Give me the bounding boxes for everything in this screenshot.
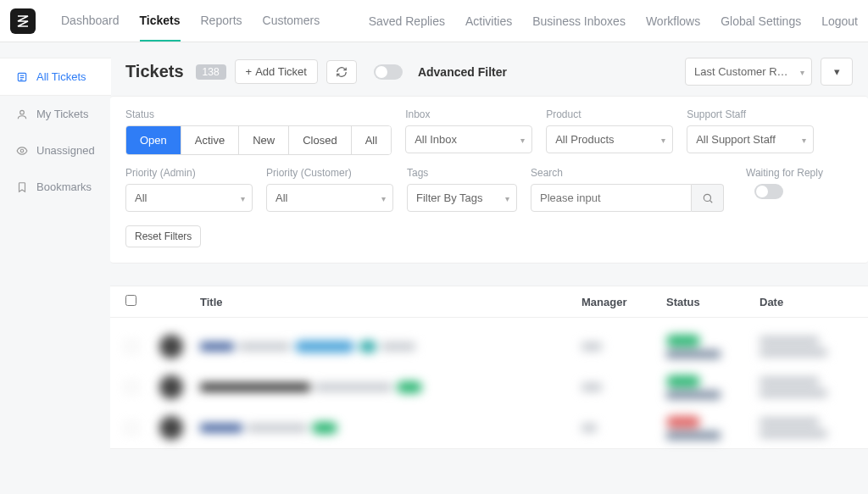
priority-admin-label: Priority (Admin) [125,167,253,179]
col-date: Date [760,296,853,308]
table-row[interactable] [110,326,868,367]
status-group: Open Active New Closed All [125,125,392,155]
nav-customers[interactable]: Customers [263,1,320,42]
sidebar: All Tickets My Tickets Unassigned Bookma… [0,42,110,494]
chevron-down-icon: ▾ [241,193,245,203]
chevron-down-icon: ▾ [802,135,806,144]
status-new[interactable]: New [239,126,289,154]
sidebar-label: Unassigned [36,144,95,157]
inbox-value: All Inbox [415,133,457,146]
support-dropdown[interactable]: All Support Staff ▾ [687,125,814,153]
table-header: Title Manager Status Date [110,286,868,318]
table-body [110,318,868,448]
support-label: Support Staff [687,108,814,120]
waiting-label: Waiting for Reply [746,167,823,179]
avatar [159,416,183,440]
inbox-label: Inbox [405,108,532,120]
plus-icon: + [246,65,253,78]
status-all[interactable]: All [352,126,391,154]
select-all-checkbox[interactable] [125,295,136,306]
svg-point-5 [20,149,24,153]
svg-point-4 [19,110,24,114]
eye-icon [15,144,28,157]
table-row[interactable] [110,367,868,408]
top-nav: Dashboard Tickets Reports Customers Save… [0,0,868,42]
nav-reports[interactable]: Reports [201,1,242,42]
product-label: Product [546,108,673,120]
row-checkbox[interactable] [125,381,137,393]
row-checkbox[interactable] [125,422,137,434]
tags-label: Tags [407,167,517,179]
search-label: Search [531,167,724,179]
caret-down-icon: ▾ [834,65,840,78]
waiting-toggle[interactable] [754,184,783,199]
priority-customer-label: Priority (Customer) [266,167,393,179]
product-value: All Products [555,133,614,146]
search-input[interactable] [531,184,692,212]
nav-right: Saved Replies Activities Business Inboxe… [369,2,858,41]
nav-saved-replies[interactable]: Saved Replies [369,2,445,41]
tickets-table: Title Manager Status Date [110,286,868,449]
table-row[interactable] [110,408,868,448]
priority-customer-value: All [275,191,287,204]
advanced-filter-label: Advanced Filter [418,65,507,79]
sidebar-label: All Tickets [36,70,86,83]
refresh-button[interactable] [326,60,357,84]
bookmark-icon [15,180,28,193]
refresh-icon [336,66,348,78]
status-closed[interactable]: Closed [289,126,351,154]
sidebar-label: Bookmarks [36,180,92,193]
status-label: Status [125,108,392,120]
tags-dropdown[interactable]: Filter By Tags ▾ [407,184,517,212]
nav-business-inboxes[interactable]: Business Inboxes [532,2,626,41]
advanced-filter-toggle[interactable] [374,64,403,80]
more-actions-button[interactable]: ▾ [821,58,853,86]
logo [10,8,36,34]
nav-tickets[interactable]: Tickets [140,1,181,42]
nav-workflows[interactable]: Workflows [646,2,700,41]
priority-admin-dropdown[interactable]: All ▾ [125,184,253,212]
add-ticket-label: Add Ticket [255,65,307,78]
search-button[interactable] [692,184,724,212]
sort-dropdown[interactable]: Last Customer Response ▾ [685,58,812,86]
sort-value: Last Customer Response [694,65,812,78]
sidebar-item-my-tickets[interactable]: My Tickets [0,96,110,132]
ticket-count-badge: 138 [196,64,226,80]
sidebar-item-unassigned[interactable]: Unassigned [0,132,110,169]
chevron-down-icon: ▾ [505,193,509,203]
sidebar-item-bookmarks[interactable]: Bookmarks [0,169,110,205]
page-header: Tickets 138 + Add Ticket Advanced Filter… [110,42,868,96]
col-status: Status [666,296,760,308]
support-value: All Support Staff [696,133,776,146]
priority-customer-dropdown[interactable]: All ▾ [266,184,393,212]
col-title: Title [200,296,581,308]
nav-activities[interactable]: Activities [465,2,512,41]
list-icon [15,70,28,83]
col-manager: Manager [581,296,666,308]
nav-dashboard[interactable]: Dashboard [61,1,120,42]
product-dropdown[interactable]: All Products ▾ [546,125,673,153]
nav-logout[interactable]: Logout [821,2,858,41]
add-ticket-button[interactable]: + Add Ticket [235,59,318,84]
inbox-dropdown[interactable]: All Inbox ▾ [405,125,532,153]
page-title: Tickets [125,62,184,81]
reset-filters-button[interactable]: Reset Filters [125,225,201,247]
nav-left: Dashboard Tickets Reports Customers [61,1,320,42]
chevron-down-icon: ▾ [520,135,525,144]
sidebar-item-all-tickets[interactable]: All Tickets [0,58,111,96]
avatar [159,375,183,399]
status-active[interactable]: Active [181,126,239,154]
avatar [159,335,183,358]
svg-point-6 [704,194,710,201]
chevron-down-icon: ▾ [381,193,386,203]
sidebar-label: My Tickets [36,108,88,120]
svg-line-7 [709,200,712,203]
priority-admin-value: All [135,191,147,204]
logo-icon [15,14,31,29]
nav-global-settings[interactable]: Global Settings [721,2,801,41]
tags-value: Filter By Tags [416,191,483,204]
chevron-down-icon: ▾ [661,135,665,144]
filters-panel: Status Open Active New Closed All Inbox … [110,96,868,264]
row-checkbox[interactable] [125,341,137,352]
status-open[interactable]: Open [126,126,181,154]
